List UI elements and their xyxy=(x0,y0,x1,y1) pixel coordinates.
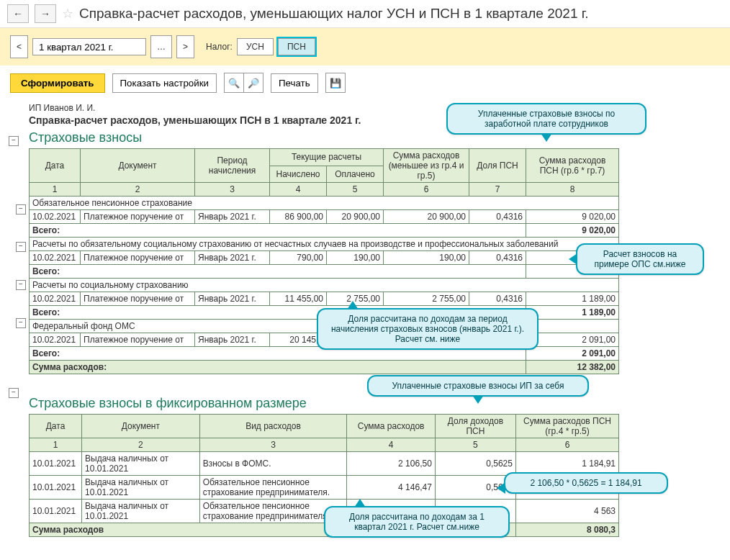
col-paid: Оплачено xyxy=(327,166,384,183)
callout: Доля рассчитана по доходам за 1 квартал … xyxy=(324,506,510,538)
zoom-out-icon[interactable]: 🔎 xyxy=(244,73,263,93)
group-toggle[interactable]: − xyxy=(16,204,26,214)
period-input[interactable] xyxy=(32,38,146,55)
col-share: Доля ПСН xyxy=(469,149,526,183)
save-icon[interactable]: 💾 xyxy=(325,73,346,93)
toolbar: Сформировать Показать настройки 🔍 🔎 Печа… xyxy=(0,66,730,100)
col-period: Период начисления xyxy=(195,149,270,183)
titlebar: ← → ☆ Справка-расчет расходов, уменьшающ… xyxy=(0,0,730,28)
col-min: Сумма расходов (меньшее из гр.4 и гр.5) xyxy=(384,149,469,183)
callout: Расчет взносов на примере ОПС см.ниже xyxy=(576,243,704,275)
table-row: 10.02.2021 Платежное поручение от Январь… xyxy=(30,292,619,306)
table-row: 10.02.2021 Платежное поручение от Январь… xyxy=(30,251,619,265)
outline-toggle[interactable]: − xyxy=(9,136,19,146)
tax-label: Налог: xyxy=(206,42,233,52)
col-doc: Документ xyxy=(81,149,195,183)
period-prev-button[interactable]: < xyxy=(10,35,28,58)
report-body: − − ИП Иванов И. И. Справка-расчет расхо… xyxy=(0,103,730,551)
group-toggle[interactable]: − xyxy=(16,280,26,290)
group-name: Обязательное пенсионное страхование xyxy=(30,197,619,210)
period-select-button[interactable]: … xyxy=(150,35,172,58)
grand-total-value: 8 080,3 xyxy=(515,523,618,537)
callout: Уплаченные страховые взносы ИП за себя xyxy=(367,375,589,397)
callout: 2 106,50 * 0,5625 = 1 184,91 xyxy=(504,472,668,494)
period-bar: < … > Налог: УСН ПСН xyxy=(0,28,730,66)
forward-button[interactable]: → xyxy=(35,4,56,23)
table-row: 10.02.2021 Платежное поручение от Январь… xyxy=(30,210,619,224)
col-date: Дата xyxy=(30,149,81,183)
grand-total-label: Сумма расходов: xyxy=(30,361,526,374)
grand-total-value: 12 382,00 xyxy=(526,361,619,374)
form-button[interactable]: Сформировать xyxy=(10,73,105,93)
group-name: Расчеты по социальному страхованию xyxy=(30,279,619,292)
col-accrued: Начислено xyxy=(270,166,327,183)
callout: Уплаченные страховые взносы по заработно… xyxy=(446,103,646,135)
period-next-button[interactable]: > xyxy=(176,35,194,58)
tax-psn-button[interactable]: ПСН xyxy=(278,38,315,55)
callout: Доля рассчитана по доходам за период нач… xyxy=(317,308,539,350)
zoom-in-icon[interactable]: 🔍 xyxy=(224,73,244,93)
section-title: Страховые взносы в фиксированном размере xyxy=(29,396,716,411)
group-toggle[interactable]: − xyxy=(16,318,26,328)
tax-usn-button[interactable]: УСН xyxy=(237,38,274,55)
back-button[interactable]: ← xyxy=(7,4,29,23)
col-current: Текущие расчеты xyxy=(270,149,384,166)
favorite-star-icon[interactable]: ☆ xyxy=(62,6,73,22)
group-toggle[interactable]: − xyxy=(16,242,26,252)
page-title: Справка-расчет расходов, уменьшающих нал… xyxy=(79,6,589,22)
show-settings-button[interactable]: Показать настройки xyxy=(112,73,217,93)
col-psn: Сумма расходов ПСН (гр.6 * гр.7) xyxy=(526,149,619,183)
print-button[interactable]: Печать xyxy=(271,73,318,93)
group-name: Расчеты по обязательному социальному стр… xyxy=(30,238,619,251)
outline-toggle[interactable]: − xyxy=(9,388,19,398)
